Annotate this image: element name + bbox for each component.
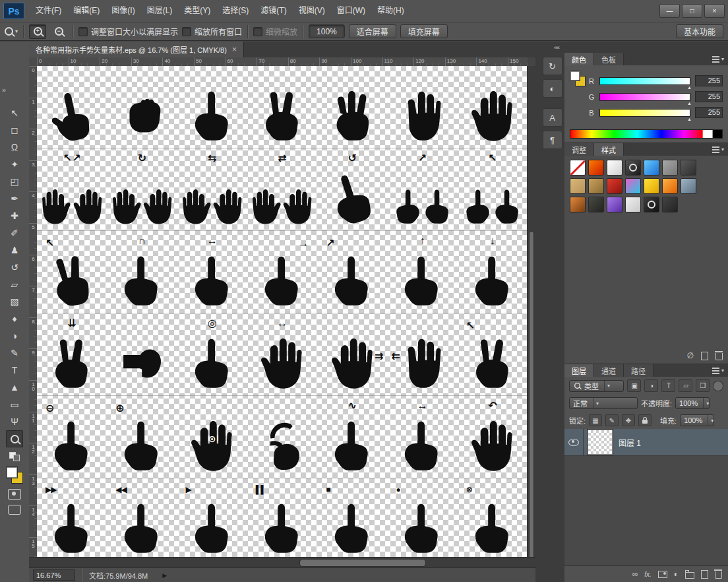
style-swatch[interactable]: [570, 160, 586, 176]
style-swatch[interactable]: [681, 178, 696, 194]
shape-tool-icon[interactable]: ▭: [6, 396, 23, 413]
style-swatch[interactable]: [588, 197, 604, 212]
type-tool-icon[interactable]: T: [6, 362, 23, 379]
menu-item[interactable]: 窗口(W): [331, 0, 371, 22]
zoom-all-windows-checkbox[interactable]: 缩放所有窗口: [182, 26, 242, 37]
delete-style-button[interactable]: [715, 353, 723, 360]
new-group-button[interactable]: [685, 572, 694, 579]
filter-pixel-layers-button[interactable]: ▣: [627, 379, 641, 392]
filter-adjustment-layers-button[interactable]: ◑: [644, 379, 658, 392]
character-panel-icon[interactable]: A: [543, 108, 562, 127]
delete-layer-button[interactable]: [715, 571, 722, 579]
tool-preset-picker[interactable]: ▾: [5, 27, 18, 36]
vertical-scrollbar[interactable]: [527, 66, 535, 558]
zoom-tool-icon[interactable]: [6, 430, 23, 447]
fill-screen-button[interactable]: 填充屏幕: [400, 24, 448, 38]
quick-selection-tool-icon[interactable]: ✦: [6, 156, 23, 173]
style-swatch[interactable]: [644, 178, 659, 194]
style-swatch[interactable]: [607, 197, 622, 212]
eyedropper-tool-icon[interactable]: ✒: [6, 190, 23, 207]
clear-style-button[interactable]: ∅: [687, 352, 694, 360]
fit-screen-button[interactable]: 适合屏幕: [349, 24, 396, 38]
slider-thumb-icon[interactable]: ▲: [687, 85, 692, 90]
minimize-button[interactable]: —: [659, 4, 680, 18]
actual-pixels-button[interactable]: 100%: [309, 24, 345, 38]
menu-item[interactable]: 图像(I): [106, 0, 140, 22]
style-swatch[interactable]: [681, 160, 696, 176]
red-value-field[interactable]: 255: [695, 75, 723, 86]
marquee-tool-icon[interactable]: ◻: [6, 121, 23, 139]
history-brush-tool-icon[interactable]: ↺: [6, 259, 23, 276]
blend-mode-dropdown[interactable]: 正常 ▾: [569, 397, 638, 409]
horizontal-scrollbar[interactable]: [29, 557, 535, 567]
visibility-toggle[interactable]: [564, 429, 584, 455]
canvas[interactable]: ↖↗↻⇆⇄↺↗↖↖∩↔→↗↑↓⇊◎↔⇉⇇↖⊖⊕⊙∿↔↶▶▶◀◀▶▌▌■●⊗: [37, 66, 528, 558]
filter-type-dropdown[interactable]: 类型 ▾: [569, 380, 624, 392]
style-swatch[interactable]: [607, 160, 622, 176]
zoom-level-field[interactable]: 16.67%: [33, 569, 75, 581]
slider-thumb-icon[interactable]: ▲: [687, 117, 692, 121]
new-style-button[interactable]: [701, 352, 708, 360]
menu-item[interactable]: 帮助(H): [371, 0, 410, 22]
style-swatch[interactable]: [644, 197, 659, 212]
menu-item[interactable]: 文件(F): [30, 0, 67, 22]
style-swatch[interactable]: [662, 197, 678, 212]
hand-tool-icon[interactable]: Ψ: [6, 413, 23, 430]
lock-image-pixels-button[interactable]: ✎: [605, 414, 619, 426]
style-swatch[interactable]: [570, 197, 586, 212]
tab-paths[interactable]: 路径: [624, 364, 653, 377]
history-panel-icon[interactable]: ↻: [543, 57, 562, 75]
path-selection-tool-icon[interactable]: ▲: [6, 379, 23, 396]
panel-menu-button[interactable]: ▾: [712, 143, 728, 156]
filter-smart-objects-button[interactable]: ❒: [696, 379, 710, 392]
menu-item[interactable]: 编辑(E): [67, 0, 106, 22]
filter-type-layers-button[interactable]: T: [661, 379, 675, 392]
move-tool-icon[interactable]: ↖: [6, 104, 23, 121]
opacity-dropdown[interactable]: 100% ▾: [675, 397, 710, 409]
resize-windows-checkbox[interactable]: 调整窗口大小以满屏显示: [78, 26, 178, 37]
style-swatch[interactable]: [625, 197, 641, 212]
collapse-tools-button[interactable]: »: [2, 86, 6, 94]
eraser-tool-icon[interactable]: ▱: [6, 276, 23, 293]
style-swatch[interactable]: [625, 178, 641, 194]
lock-transparent-pixels-button[interactable]: ▦: [589, 414, 602, 426]
pen-tool-icon[interactable]: ✎: [6, 344, 23, 362]
style-swatch[interactable]: [644, 160, 659, 176]
style-swatch[interactable]: [625, 160, 641, 176]
new-adjustment-layer-button[interactable]: ◐: [674, 570, 679, 578]
tab-swatches[interactable]: 色板: [594, 53, 624, 65]
green-slider[interactable]: ▲: [599, 93, 690, 101]
menu-item[interactable]: 选择(S): [216, 0, 255, 22]
zoom-in-mode-button[interactable]: +: [29, 24, 46, 39]
link-layers-button[interactable]: ∞: [632, 570, 638, 578]
new-layer-button[interactable]: [701, 570, 708, 579]
lock-all-button[interactable]: [638, 414, 652, 426]
brush-tool-icon[interactable]: ✐: [6, 224, 23, 242]
tab-layers[interactable]: 图层: [564, 364, 594, 377]
adjustments-panel-icon[interactable]: ◐: [543, 79, 562, 98]
tab-color[interactable]: 颜色: [564, 53, 594, 65]
scrubby-zoom-checkbox[interactable]: 细微缩放: [253, 26, 297, 37]
lock-position-button[interactable]: ✥: [622, 414, 635, 426]
filter-toggle-switch[interactable]: [713, 381, 723, 391]
foreground-color-swatch[interactable]: [570, 71, 580, 81]
color-spectrum-ramp[interactable]: [570, 129, 723, 139]
menu-item[interactable]: 滤镜(T): [255, 0, 292, 22]
menu-item[interactable]: 视图(V): [293, 0, 331, 22]
tab-close-button[interactable]: ×: [232, 45, 237, 54]
maximize-button[interactable]: □: [682, 4, 702, 18]
layer-row[interactable]: 图层 1: [564, 429, 728, 456]
filter-shape-layers-button[interactable]: ▱: [679, 379, 692, 392]
menu-item[interactable]: 图层(L): [141, 0, 179, 22]
menu-item[interactable]: 类型(Y): [178, 0, 216, 22]
style-swatch[interactable]: [570, 178, 586, 194]
fill-dropdown[interactable]: 100% ▾: [680, 414, 714, 426]
zoom-out-mode-button[interactable]: −: [50, 24, 67, 39]
add-layer-mask-button[interactable]: [658, 571, 667, 578]
color-swatches[interactable]: [570, 71, 586, 86]
screen-mode-button[interactable]: [8, 505, 21, 515]
style-swatch[interactable]: [662, 160, 678, 176]
layer-effects-button[interactable]: fx.: [644, 571, 652, 578]
paragraph-panel-icon[interactable]: ¶: [543, 131, 562, 149]
healing-brush-tool-icon[interactable]: ✚: [6, 207, 23, 224]
